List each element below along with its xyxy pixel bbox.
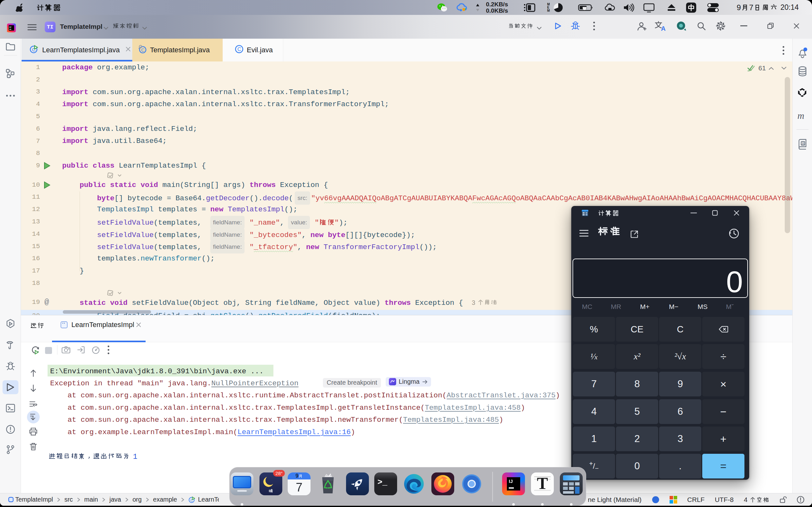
svg-text:IJ: IJ: [9, 26, 11, 28]
svg-text:C: C: [141, 47, 145, 53]
svg-text:A: A: [661, 25, 665, 32]
svg-text:M: M: [547, 9, 550, 12]
svg-text:C: C: [238, 47, 241, 52]
svg-text:A: A: [802, 142, 804, 146]
svg-text:m: m: [798, 112, 804, 120]
svg-text:>_: >_: [377, 477, 388, 487]
